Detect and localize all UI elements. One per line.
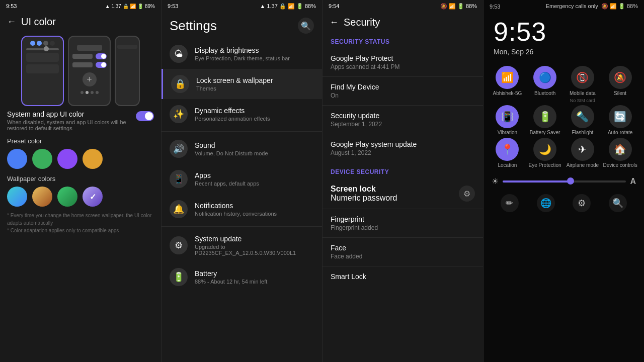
footnote: * Every time you change the home screen … [7, 212, 154, 234]
location-label: Location [498, 162, 517, 168]
sound-icon: 🔊 [170, 140, 188, 158]
security-update-item[interactable]: Security update September 1, 2022 [323, 106, 483, 134]
qs-tile-mobile[interactable]: 📵 Mobile data No SIM card [565, 66, 601, 103]
notifications-sub: Notification history, conversations [195, 211, 277, 217]
bluetooth-label: Bluetooth [534, 90, 555, 97]
wallpaper-purple[interactable] [83, 187, 103, 207]
qs-tile-airplane[interactable]: ✈ Airplane mode [565, 138, 601, 168]
face-sub: Face added [331, 253, 475, 260]
slider-knob-1 [44, 46, 49, 51]
qs-tile-wifi[interactable]: 📶 Abhishek-5G [490, 66, 525, 103]
status-bar-3: 9:54 🔕 📶 🔋 88% [323, 0, 483, 13]
security-status-header: SECURITY STATUS [323, 32, 483, 48]
qs-search-button[interactable]: 🔍 [609, 194, 627, 212]
gplay-system-update-item[interactable]: Google Play system update August 1, 2022 [323, 134, 483, 162]
brightness-fill [503, 180, 571, 183]
sound-text: Sound Volume, Do Not Disturb mode [195, 141, 268, 156]
add-btn[interactable]: + [83, 72, 97, 86]
settings-item-battery[interactable]: 🔋 Battery 88% - About 12 hr, 54 min left [162, 262, 322, 292]
qs-tile-battery-saver[interactable]: 🔋 Battery Saver [527, 105, 563, 136]
settings-item-display[interactable]: 🌤 Display & brightness Eye Protection, D… [162, 39, 322, 69]
divider-2 [162, 226, 322, 227]
wallpaper-green[interactable] [57, 187, 77, 207]
preset-orange[interactable] [83, 149, 103, 169]
qs-tile-flashlight[interactable]: 🔦 Flashlight [565, 105, 601, 136]
vibration-icon: 📳 [496, 105, 519, 128]
dynamic-icon: ✨ [170, 105, 188, 123]
autorotate-label: Auto-rotate [608, 130, 632, 136]
screen-lock-text: Screen lock Numeric password [331, 185, 397, 203]
gplay-su-sub: August 1, 2022 [331, 149, 475, 156]
bar-3 [77, 45, 102, 51]
smart-lock-item[interactable]: Smart Lock [323, 266, 483, 287]
system-color-desc: When disabled, system and app UI colors … [7, 119, 136, 131]
wallpaper-color-circles [7, 187, 154, 207]
face-item[interactable]: Face Face added [323, 238, 483, 266]
phone-mock-2[interactable]: + [68, 36, 111, 106]
screen-lock-item[interactable]: Screen lock Numeric password ⚙ [323, 178, 483, 209]
nav-dot-4 [96, 91, 99, 94]
dot-1 [30, 41, 35, 46]
find-device-item[interactable]: Find My Device On [323, 77, 483, 105]
panel1-header: ← UI color [0, 12, 161, 32]
eye-protection-label: Eye Protection [529, 162, 561, 168]
settings-item-dynamic[interactable]: ✨ Dynamic effects Personalized animation… [162, 99, 322, 129]
nav-dot-3 [91, 91, 94, 94]
brightness-row: ☀ A [484, 172, 644, 190]
bar-2 [26, 64, 59, 73]
wallpaper-teal[interactable] [7, 187, 27, 207]
qs-tile-vibration[interactable]: 📳 Vibration [490, 105, 525, 136]
fingerprint-item[interactable]: Fingerprint Fingerprint added [323, 209, 483, 237]
battery-icon: 🔋 [170, 268, 188, 286]
phone-mock-3[interactable] [115, 36, 140, 106]
status-time-3: 9:54 [329, 3, 339, 10]
settings-item-notifications[interactable]: 🔔 Notifications Notification history, co… [162, 194, 322, 224]
preset-blue[interactable] [7, 149, 27, 169]
panel1-title: UI color [21, 16, 56, 28]
qs-tile-autorotate[interactable]: 🔄 Auto-rotate [602, 105, 638, 136]
battery-saver-icon: 🔋 [533, 105, 556, 128]
qs-emergency: Emergency calls only 🔕 📶 🔋 88% [546, 3, 638, 10]
dynamic-label: Dynamic effects [195, 107, 270, 115]
battery-sub: 88% - About 12 hr, 54 min left [195, 279, 267, 285]
preset-color-label: Preset color [7, 137, 154, 145]
back-button-1[interactable]: ← [7, 17, 16, 27]
qs-tile-eyeprotect[interactable]: 🌙 Eye Protection [527, 138, 563, 168]
battery-text: Battery 88% - About 12 hr, 54 min left [195, 269, 267, 285]
settings-item-lockscreen[interactable]: 🔒 Lock screen & wallpaper Themes [162, 69, 322, 99]
wifi-icon: 📶 [496, 66, 519, 89]
settings-search-button[interactable]: 🔍 [298, 18, 314, 34]
settings-item-apps[interactable]: 📱 Apps Recent apps, default apps [162, 164, 322, 194]
security-update-sub: September 1, 2022 [331, 121, 475, 128]
settings-item-sysupdate[interactable]: ⚙ System update Upgraded to PD2235CF_EX_… [162, 229, 322, 262]
status-icons-2: ▲ 1.37 🔒 📶 🔋 88% [260, 3, 316, 10]
qs-settings-button[interactable]: ⚙ [573, 194, 591, 212]
security-update-label: Security update [331, 112, 475, 120]
small-bar-2 [72, 62, 93, 67]
settings-item-sound[interactable]: 🔊 Sound Volume, Do Not Disturb mode [162, 134, 322, 164]
back-button-3[interactable]: ← [330, 17, 339, 28]
qs-edit-button[interactable]: ✏ [501, 194, 519, 212]
wallpaper-gold[interactable] [32, 187, 52, 207]
qs-tile-silent[interactable]: 🔕 Silent [602, 66, 638, 103]
qs-tile-bluetooth[interactable]: 🔵 Bluetooth [527, 66, 563, 103]
apps-label: Apps [195, 171, 259, 179]
footnote-2: * Color adaptation applies only to compa… [7, 227, 154, 234]
system-color-toggle[interactable] [136, 111, 154, 121]
google-play-protect-item[interactable]: Google Play Protect Apps scanned at 4:41… [323, 48, 483, 76]
qs-tile-location[interactable]: 📍 Location [490, 138, 525, 168]
apps-text: Apps Recent apps, default apps [195, 171, 259, 187]
preset-purple[interactable] [57, 149, 77, 169]
qs-user-button[interactable]: 🌐 [537, 194, 555, 212]
brightness-track[interactable] [503, 180, 626, 183]
system-color-text: System and app UI color When disabled, s… [7, 110, 136, 131]
wallpaper-color-label: Wallpaper colors [7, 175, 154, 183]
screen-lock-gear[interactable]: ⚙ [459, 186, 475, 202]
flashlight-label: Flashlight [572, 130, 593, 136]
screen-lock-sub: Numeric password [331, 194, 397, 203]
phone-mock-1[interactable] [21, 36, 64, 106]
preset-green[interactable] [32, 149, 52, 169]
lockscreen-text: Lock screen & wallpaper Themes [196, 76, 273, 92]
qs-tile-device-controls[interactable]: 🏠 Device controls [602, 138, 638, 168]
apps-sub: Recent apps, default apps [195, 180, 259, 187]
